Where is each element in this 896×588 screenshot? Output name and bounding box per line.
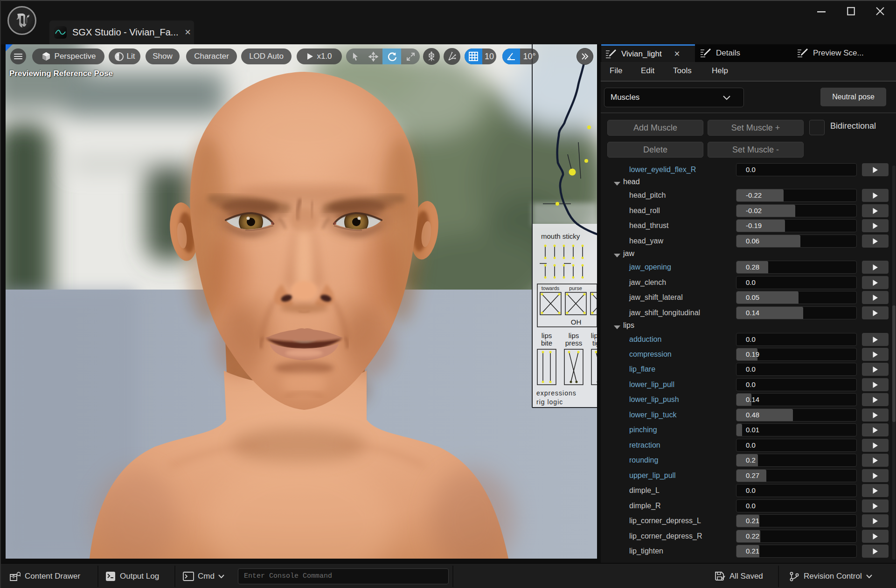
svg-text:lips: lips — [542, 332, 552, 339]
svg-text:expressions: expressions — [536, 389, 576, 397]
svg-text:lips: lips — [591, 332, 597, 339]
svg-text:press: press — [565, 339, 583, 347]
svg-text:lips: lips — [569, 332, 579, 339]
svg-text:rig logic: rig logic — [536, 398, 563, 406]
svg-text:purse: purse — [569, 285, 582, 291]
svg-text:bite: bite — [541, 339, 552, 347]
svg-text:tig: tig — [592, 339, 597, 347]
svg-text:mouth sticky: mouth sticky — [541, 232, 580, 240]
svg-text:OH: OH — [571, 318, 582, 326]
svg-text:towards: towards — [542, 285, 560, 291]
